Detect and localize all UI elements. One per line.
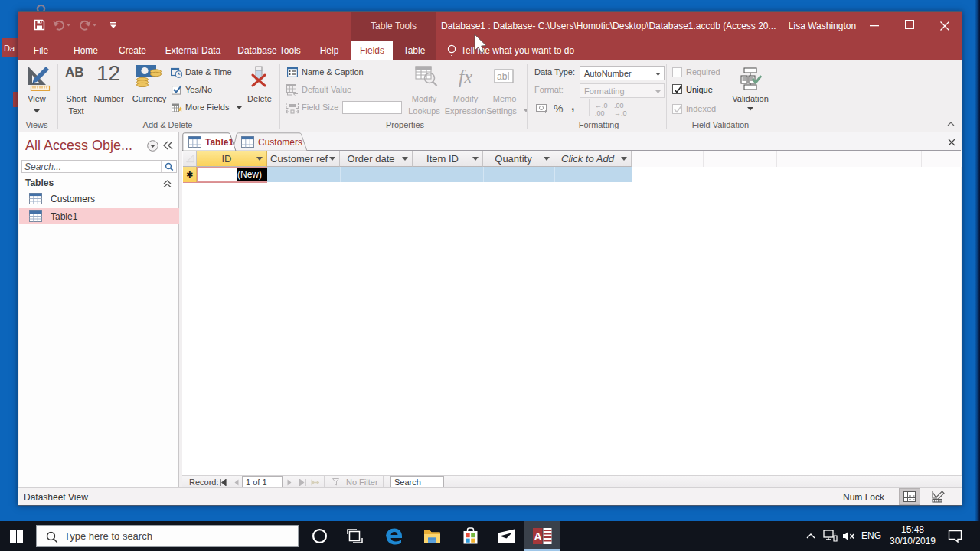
svg-text:A: A — [534, 530, 542, 543]
svg-text:ab: ab — [497, 71, 508, 82]
